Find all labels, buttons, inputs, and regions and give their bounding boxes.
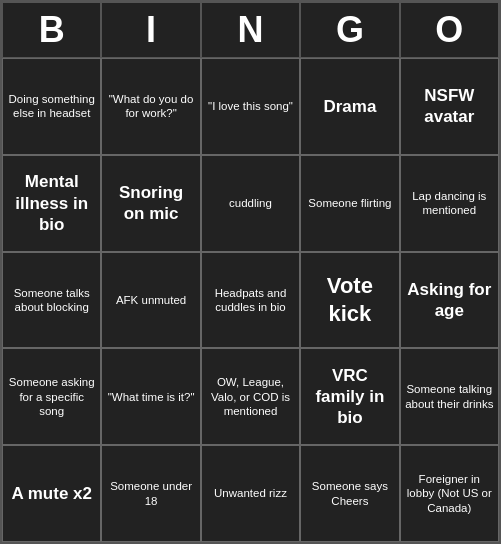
bingo-cell-9[interactable]: Lap dancing is mentioned (400, 155, 499, 252)
bingo-cell-22[interactable]: Unwanted rizz (201, 445, 300, 542)
bingo-cell-10[interactable]: Someone talks about blocking (2, 252, 101, 349)
bingo-grid: Doing something else in headset"What do … (2, 58, 499, 542)
bingo-cell-23[interactable]: Someone says Cheers (300, 445, 399, 542)
bingo-cell-3[interactable]: Drama (300, 58, 399, 155)
bingo-cell-13[interactable]: Vote kick (300, 252, 399, 349)
bingo-cell-18[interactable]: VRC family in bio (300, 348, 399, 445)
bingo-cell-17[interactable]: OW, League, Valo, or COD is mentioned (201, 348, 300, 445)
bingo-header: B I N G O (2, 2, 499, 58)
bingo-cell-1[interactable]: "What do you do for work?" (101, 58, 200, 155)
bingo-card: B I N G O Doing something else in headse… (0, 0, 501, 544)
bingo-cell-2[interactable]: "I love this song" (201, 58, 300, 155)
bingo-cell-20[interactable]: A mute x2 (2, 445, 101, 542)
bingo-cell-24[interactable]: Foreigner in lobby (Not US or Canada) (400, 445, 499, 542)
bingo-cell-0[interactable]: Doing something else in headset (2, 58, 101, 155)
bingo-cell-8[interactable]: Someone flirting (300, 155, 399, 252)
header-n: N (201, 2, 300, 58)
bingo-cell-16[interactable]: "What time is it?" (101, 348, 200, 445)
bingo-cell-15[interactable]: Someone asking for a specific song (2, 348, 101, 445)
bingo-cell-6[interactable]: Snoring on mic (101, 155, 200, 252)
bingo-cell-7[interactable]: cuddling (201, 155, 300, 252)
header-g: G (300, 2, 399, 58)
bingo-cell-14[interactable]: Asking for age (400, 252, 499, 349)
header-o: O (400, 2, 499, 58)
header-i: I (101, 2, 200, 58)
bingo-cell-19[interactable]: Someone talking about their drinks (400, 348, 499, 445)
bingo-cell-5[interactable]: Mental illness in bio (2, 155, 101, 252)
bingo-cell-11[interactable]: AFK unmuted (101, 252, 200, 349)
header-b: B (2, 2, 101, 58)
bingo-cell-21[interactable]: Someone under 18 (101, 445, 200, 542)
bingo-cell-4[interactable]: NSFW avatar (400, 58, 499, 155)
bingo-cell-12[interactable]: Headpats and cuddles in bio (201, 252, 300, 349)
